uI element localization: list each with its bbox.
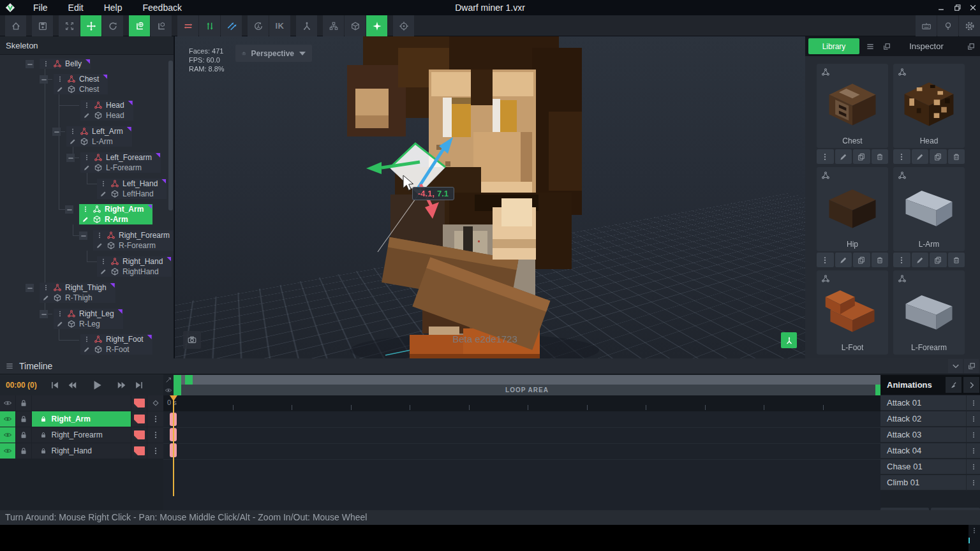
animation-menu-button[interactable] bbox=[966, 395, 980, 411]
rotate-tool-button[interactable] bbox=[102, 15, 123, 36]
card-duplicate-button[interactable] bbox=[930, 149, 947, 164]
library-card-head[interactable]: Head bbox=[893, 64, 965, 148]
tab-library[interactable]: Library bbox=[808, 38, 859, 54]
edit-mesh-icon[interactable] bbox=[69, 138, 77, 145]
edit-mesh-icon[interactable] bbox=[56, 320, 64, 328]
mesh-name[interactable]: RightHand bbox=[122, 267, 159, 276]
node-menu-icon[interactable] bbox=[42, 60, 50, 68]
animation-menu-button[interactable] bbox=[966, 411, 980, 427]
clip-marker[interactable] bbox=[185, 375, 193, 385]
track-name[interactable]: Right_Arm bbox=[32, 411, 131, 427]
kebab-icon[interactable] bbox=[970, 527, 978, 534]
geometry-button[interactable] bbox=[345, 15, 366, 36]
pivot-target-button[interactable] bbox=[393, 15, 414, 36]
bone-name[interactable]: Right_Arm bbox=[105, 205, 144, 214]
keyframe-lanes[interactable] bbox=[163, 411, 880, 510]
move-tool-button[interactable] bbox=[80, 15, 101, 36]
skeleton-node[interactable]: Chest Chest bbox=[54, 74, 108, 94]
world-space-button[interactable] bbox=[129, 15, 150, 36]
collapse-button[interactable] bbox=[52, 128, 61, 136]
edit-mesh-icon[interactable] bbox=[100, 190, 107, 198]
bone-name[interactable]: Right_Forearm bbox=[119, 231, 170, 240]
visibility-eye-icon[interactable] bbox=[0, 443, 15, 459]
library-card-l-arm[interactable]: L-Arm bbox=[893, 167, 965, 251]
lock-icon[interactable] bbox=[16, 443, 31, 459]
bone-tool-button[interactable] bbox=[296, 15, 317, 36]
card-duplicate-button[interactable] bbox=[853, 253, 870, 267]
skeleton-node[interactable]: Head Head bbox=[80, 100, 133, 121]
restore-button[interactable] bbox=[949, 0, 966, 15]
playhead-line[interactable] bbox=[173, 397, 174, 496]
lock-icon[interactable] bbox=[16, 411, 31, 427]
card-delete-button[interactable] bbox=[872, 149, 889, 164]
edit-mesh-icon[interactable] bbox=[82, 216, 89, 223]
animation-item[interactable]: Attack 03 bbox=[880, 427, 980, 443]
skeleton-node[interactable]: Right_Leg R-Leg bbox=[54, 309, 123, 329]
mesh-name[interactable]: Chest bbox=[79, 85, 99, 94]
mesh-name[interactable]: R-Thigh bbox=[65, 293, 93, 302]
mesh-name[interactable]: R-Foot bbox=[106, 345, 130, 354]
mirror-y-button[interactable] bbox=[199, 15, 220, 36]
animation-menu-button[interactable] bbox=[966, 443, 980, 459]
home-button[interactable] bbox=[5, 15, 26, 36]
bone-name[interactable]: Head bbox=[106, 101, 124, 110]
node-menu-icon[interactable] bbox=[83, 101, 91, 109]
animation-menu-button[interactable] bbox=[966, 459, 980, 474]
timeline-popout-button[interactable] bbox=[964, 359, 979, 373]
collapse-button[interactable] bbox=[26, 284, 34, 292]
skeleton-node[interactable]: Right_Foot R-Foot bbox=[80, 334, 152, 355]
card-menu-button[interactable] bbox=[817, 149, 834, 164]
skeleton-node[interactable]: Left_Forearm L-Forearm bbox=[80, 152, 161, 173]
card-edit-button[interactable] bbox=[912, 253, 929, 267]
library-card-chest[interactable]: Chest bbox=[817, 64, 888, 148]
bone-name[interactable]: Right_Thigh bbox=[65, 283, 107, 292]
edit-mesh-icon[interactable] bbox=[83, 112, 91, 119]
bone-name[interactable]: Belly bbox=[65, 59, 82, 68]
minimize-button[interactable] bbox=[933, 0, 949, 15]
track-color-swatch[interactable] bbox=[131, 427, 147, 443]
node-menu-icon[interactable] bbox=[96, 231, 103, 239]
track-name[interactable]: Right_Hand bbox=[32, 443, 131, 459]
bone-name[interactable]: Right_Hand bbox=[122, 257, 163, 266]
animation-menu-button[interactable] bbox=[966, 475, 980, 490]
local-space-button[interactable] bbox=[151, 15, 172, 36]
edit-mesh-icon[interactable] bbox=[96, 242, 103, 249]
visibility-eye-icon[interactable] bbox=[0, 427, 15, 443]
frame-view-button[interactable] bbox=[59, 15, 80, 36]
collapse-button[interactable] bbox=[40, 75, 48, 84]
playhead-handle[interactable] bbox=[170, 395, 177, 401]
collapse-button[interactable] bbox=[65, 205, 73, 214]
skeleton-node[interactable]: Left_Hand LeftHand bbox=[97, 179, 167, 199]
edit-mesh-icon[interactable] bbox=[56, 85, 64, 93]
card-duplicate-button[interactable] bbox=[930, 253, 947, 267]
collapse-button[interactable] bbox=[79, 231, 87, 240]
master-track-name[interactable] bbox=[32, 395, 131, 411]
node-menu-icon[interactable] bbox=[100, 258, 107, 265]
keyframe-diamond-icon[interactable] bbox=[147, 395, 163, 411]
bone-name[interactable]: Chest bbox=[79, 75, 99, 84]
reset-rotation-button[interactable] bbox=[248, 15, 269, 36]
node-menu-icon[interactable] bbox=[42, 284, 50, 291]
mirror-x-button[interactable] bbox=[177, 15, 198, 36]
skip-to-start-button[interactable] bbox=[46, 376, 63, 393]
menu-feedback[interactable]: Feedback bbox=[132, 0, 191, 15]
inspector-popout-button[interactable] bbox=[963, 39, 978, 54]
track-row-right-hand[interactable]: Right_Hand bbox=[0, 443, 163, 459]
play-button[interactable] bbox=[88, 376, 105, 393]
skeleton-node[interactable]: Right_Forearm R-Forearm bbox=[93, 230, 174, 251]
card-menu-button[interactable] bbox=[817, 253, 834, 267]
library-card-l-foot[interactable]: L-Foot bbox=[817, 270, 888, 355]
track-color-swatch[interactable] bbox=[131, 395, 147, 411]
loop-area-bar[interactable]: LOOP AREA bbox=[174, 385, 880, 395]
tips-bulb-button[interactable] bbox=[937, 15, 958, 36]
card-edit-button[interactable] bbox=[912, 149, 929, 164]
lock-icon[interactable] bbox=[16, 427, 31, 443]
transform-gizmo[interactable] bbox=[175, 36, 805, 358]
mirror-z-button[interactable] bbox=[221, 15, 242, 36]
mesh-name[interactable]: L-Forearm bbox=[106, 163, 142, 172]
edit-mesh-icon[interactable] bbox=[100, 268, 107, 276]
node-menu-icon[interactable] bbox=[100, 180, 107, 187]
node-menu-icon[interactable] bbox=[82, 205, 89, 213]
close-button[interactable] bbox=[965, 0, 980, 15]
card-delete-button[interactable] bbox=[872, 253, 889, 267]
